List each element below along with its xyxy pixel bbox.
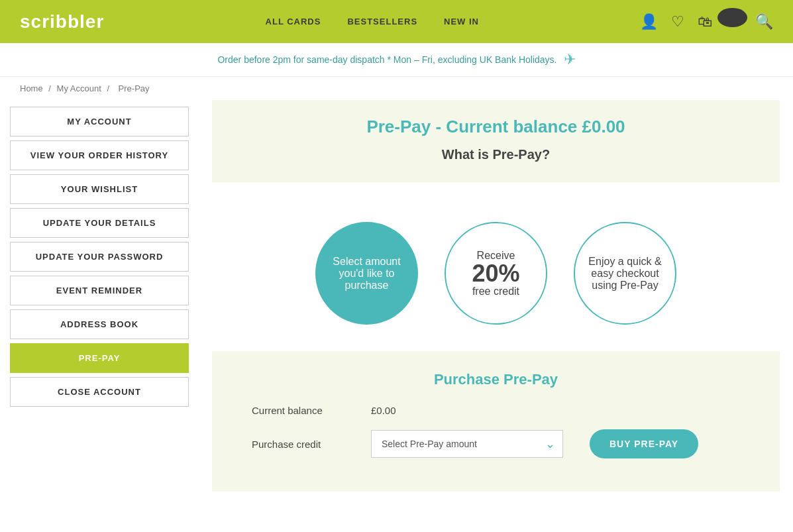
prepay-amount-select[interactable]: Select Pre-Pay amount £10.00 £20.00 £50.… (371, 430, 563, 458)
purchase-section: Purchase Pre-Pay Current balance £0.00 P… (212, 351, 780, 492)
step-2-line2: free credit (472, 286, 519, 297)
banner-text: Order before 2pm for same-day dispatch *… (217, 54, 556, 65)
step-3-text: Enjoy a quick &easy checkoutusing Pre-Pa… (588, 256, 661, 292)
breadcrumb-my-account[interactable]: My Account (57, 83, 101, 93)
nav-bestsellers[interactable]: BESTSELLERS (347, 17, 417, 27)
sidebar-item-order-history[interactable]: VIEW YOUR ORDER HISTORY (10, 140, 189, 170)
breadcrumb-home[interactable]: Home (20, 83, 43, 93)
prepay-steps: Select amountyou'd like topurchase Recei… (212, 195, 780, 351)
sidebar-item-update-password[interactable]: UPDATE YOUR PASSWORD (10, 242, 189, 272)
account-icon[interactable]: 👤 (640, 13, 658, 30)
nav-all-cards[interactable]: ALL CARDS (266, 17, 321, 27)
cart-count: 101 (717, 8, 747, 27)
step-1-circle: Select amountyou'd like topurchase (315, 222, 418, 325)
balance-value: £0.00 (371, 405, 396, 416)
page-content: Pre-Pay - Current balance £0.00 What is … (199, 100, 793, 532)
sidebar-item-wishlist[interactable]: YOUR WISHLIST (10, 174, 189, 204)
logo[interactable]: scribbler (20, 11, 104, 32)
main-nav: ALL CARDS BESTSELLERS NEW IN (266, 17, 479, 27)
sidebar-item-event-reminder[interactable]: EVENT REMINDER (10, 276, 189, 305)
sidebar: MY ACCOUNT VIEW YOUR ORDER HISTORY YOUR … (0, 100, 199, 532)
balance-label: Current balance (252, 405, 358, 416)
breadcrumb: Home / My Account / Pre-Pay (0, 77, 793, 100)
main-layout: MY ACCOUNT VIEW YOUR ORDER HISTORY YOUR … (0, 100, 793, 532)
sidebar-item-update-details[interactable]: UPDATE YOUR DETAILS (10, 208, 189, 238)
step-2-percent: 20% (472, 262, 519, 286)
plane-icon: ✈ (564, 51, 576, 68)
buy-prepay-button[interactable]: BUY PRE-PAY (590, 429, 698, 458)
sidebar-item-close-account[interactable]: CLOSE ACCOUNT (10, 377, 189, 407)
wishlist-icon[interactable]: ♡ (671, 13, 684, 30)
prepay-subtitle: What is Pre-Pay? (225, 147, 767, 162)
purchase-credit-label: Purchase credit (252, 439, 358, 450)
select-wrapper: Select Pre-Pay amount £10.00 £20.00 £50.… (371, 430, 563, 458)
step-1-text: Select amountyou'd like topurchase (333, 256, 400, 292)
purchase-title: Purchase Pre-Pay (252, 371, 740, 388)
header-icons: 👤 ♡ 🛍101 🔍 (640, 13, 773, 30)
balance-row: Current balance £0.00 (252, 405, 740, 416)
cart-icon[interactable]: 🛍101 (698, 13, 742, 30)
sidebar-item-pre-pay[interactable]: PRE-PAY (10, 343, 189, 373)
search-icon[interactable]: 🔍 (755, 13, 773, 30)
sidebar-item-address-book[interactable]: ADDRESS BOOK (10, 309, 189, 339)
announcement-banner: Order before 2pm for same-day dispatch *… (0, 43, 793, 77)
sidebar-item-my-account[interactable]: MY ACCOUNT (10, 107, 189, 136)
step-2-circle: Receive 20% free credit (445, 222, 547, 325)
step-3-circle: Enjoy a quick &easy checkoutusing Pre-Pa… (574, 222, 676, 325)
prepay-header-card: Pre-Pay - Current balance £0.00 What is … (212, 100, 780, 182)
header: scribbler ALL CARDS BESTSELLERS NEW IN 👤… (0, 0, 793, 43)
nav-new-in[interactable]: NEW IN (444, 17, 479, 27)
breadcrumb-current: Pre-Pay (119, 83, 150, 93)
purchase-credit-row: Purchase credit Select Pre-Pay amount £1… (252, 429, 740, 458)
prepay-title: Pre-Pay - Current balance £0.00 (225, 117, 767, 137)
